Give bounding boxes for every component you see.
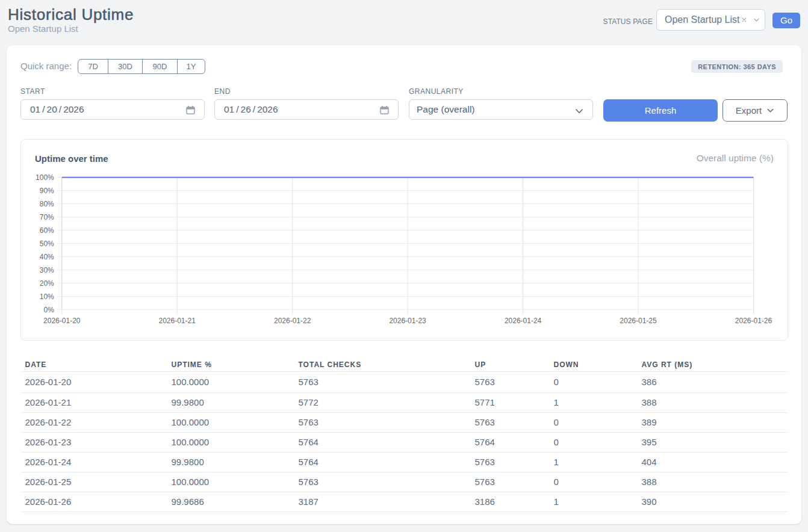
svg-text:20%: 20% (40, 279, 54, 288)
svg-text:2026-01-22: 2026-01-22 (274, 317, 311, 325)
svg-text:60%: 60% (40, 226, 54, 235)
svg-text:80%: 80% (40, 200, 54, 208)
svg-text:70%: 70% (40, 213, 54, 221)
svg-text:40%: 40% (40, 253, 54, 261)
svg-text:100%: 100% (36, 173, 54, 182)
svg-text:2026-01-26: 2026-01-26 (735, 317, 772, 325)
svg-text:2026-01-20: 2026-01-20 (43, 317, 81, 325)
svg-text:2026-01-21: 2026-01-21 (159, 317, 196, 325)
svg-text:0%: 0% (43, 306, 54, 314)
svg-text:2026-01-23: 2026-01-23 (389, 317, 426, 325)
svg-text:10%: 10% (40, 292, 54, 301)
svg-text:30%: 30% (40, 266, 54, 274)
svg-text:50%: 50% (40, 240, 54, 248)
svg-text:90%: 90% (40, 187, 54, 195)
svg-text:2026-01-25: 2026-01-25 (620, 317, 657, 325)
svg-text:2026-01-24: 2026-01-24 (505, 317, 542, 325)
